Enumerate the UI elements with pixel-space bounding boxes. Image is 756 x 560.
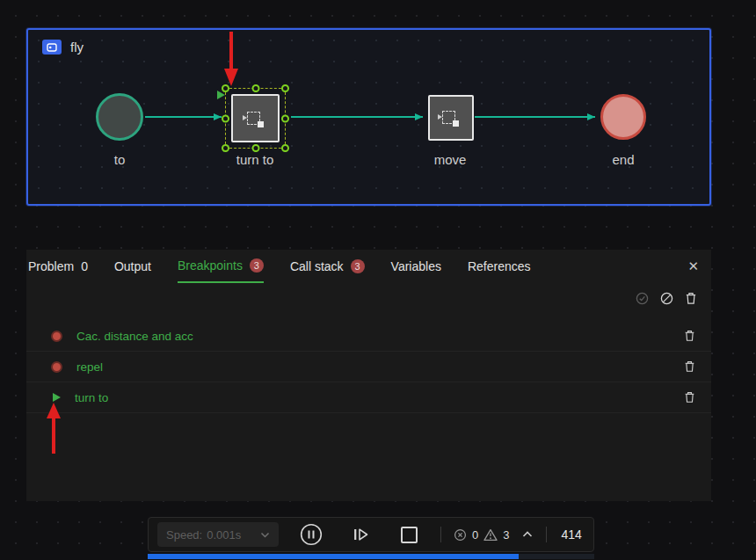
tab-output[interactable]: Output bbox=[114, 250, 151, 283]
warning-count: 3 bbox=[503, 528, 509, 542]
remove-breakpoint-button[interactable] bbox=[684, 391, 695, 404]
trash-icon bbox=[684, 391, 695, 404]
node-label: move bbox=[406, 152, 494, 167]
frame-title: fly bbox=[70, 40, 84, 55]
warning-count-icon bbox=[483, 528, 498, 542]
node-to[interactable] bbox=[96, 93, 143, 141]
node-label: end bbox=[579, 152, 667, 167]
selection-outline bbox=[225, 88, 286, 149]
pause-icon bbox=[300, 523, 323, 546]
step-icon bbox=[353, 527, 369, 542]
chevron-down-icon bbox=[260, 532, 270, 538]
speed-select[interactable]: Speed: 0.001s bbox=[157, 522, 279, 547]
tab-badge: 3 bbox=[351, 259, 365, 273]
tab-call-stack[interactable]: Call stack 3 bbox=[290, 250, 365, 283]
selection-handle[interactable] bbox=[281, 84, 289, 92]
tab-variables[interactable]: Variables bbox=[391, 250, 441, 283]
expand-caret-button[interactable] bbox=[521, 530, 534, 539]
tab-badge: 3 bbox=[250, 258, 264, 273]
stop-button[interactable] bbox=[401, 527, 418, 543]
activate-breakpoints-button[interactable] bbox=[636, 292, 649, 305]
disable-all-breakpoints-button[interactable] bbox=[660, 292, 673, 305]
progress-bar bbox=[148, 554, 594, 559]
frame-counter: 414 bbox=[561, 527, 581, 542]
node-label: turn to bbox=[211, 152, 299, 167]
trash-icon bbox=[685, 292, 697, 305]
node-move[interactable] bbox=[428, 95, 474, 141]
pause-button[interactable] bbox=[300, 523, 323, 546]
speed-label: Speed: bbox=[166, 528, 202, 542]
breakpoint-row[interactable]: Cac. distance and acc bbox=[26, 321, 711, 352]
selection-handle[interactable] bbox=[251, 144, 259, 152]
breakpoint-label: turn to bbox=[75, 391, 108, 404]
tab-label: Output bbox=[114, 259, 151, 273]
breakpoint-dot-icon[interactable] bbox=[51, 331, 62, 342]
step-button[interactable] bbox=[353, 527, 369, 542]
remove-all-breakpoints-button[interactable] bbox=[685, 292, 697, 305]
tab-label: Call stack bbox=[290, 259, 344, 273]
close-panel-button[interactable]: ✕ bbox=[687, 258, 699, 274]
selection-handle[interactable] bbox=[222, 144, 229, 152]
error-count-icon bbox=[454, 528, 467, 542]
tab-label: Variables bbox=[391, 259, 441, 273]
panel-tabs: Problem 0 Output Breakpoints 3 Call stac… bbox=[26, 250, 711, 283]
speed-value: 0.001s bbox=[207, 528, 241, 542]
remove-breakpoint-button[interactable] bbox=[684, 330, 695, 342]
breakpoint-row[interactable]: repel bbox=[26, 352, 711, 382]
debug-controls-bar: Speed: 0.001s 0 3 414 bbox=[148, 517, 594, 552]
selection-handle[interactable] bbox=[222, 84, 229, 92]
divider bbox=[546, 527, 547, 542]
debug-panel: Problem 0 Output Breakpoints 3 Call stac… bbox=[26, 250, 711, 501]
selection-handle[interactable] bbox=[281, 114, 289, 122]
status-counts[interactable]: 0 3 bbox=[454, 528, 534, 542]
tab-label: Problem bbox=[28, 259, 74, 273]
divider bbox=[440, 527, 441, 542]
node-label: to bbox=[76, 152, 164, 167]
breakpoints-toolbar bbox=[636, 292, 697, 305]
chevron-up-icon bbox=[521, 530, 534, 539]
breakpoint-dot-icon[interactable] bbox=[51, 361, 62, 373]
tab-breakpoints[interactable]: Breakpoints 3 bbox=[178, 250, 264, 283]
progress-fill bbox=[148, 554, 519, 559]
circle-slash-icon bbox=[660, 292, 673, 305]
breakpoint-label: repel bbox=[76, 360, 103, 374]
trash-icon bbox=[684, 360, 695, 373]
remove-breakpoint-button[interactable] bbox=[684, 360, 695, 373]
tab-count: 0 bbox=[81, 259, 88, 273]
tab-label: References bbox=[468, 259, 531, 273]
tab-label: Breakpoints bbox=[178, 258, 243, 273]
breakpoint-list: Cac. distance and acc repel turn to bbox=[26, 321, 711, 413]
screen: fly to turn to move end bbox=[0, 0, 756, 560]
frame-header: fly bbox=[42, 40, 84, 55]
current-breakpoint-play-icon bbox=[53, 393, 61, 402]
tab-references[interactable]: References bbox=[468, 250, 531, 283]
frame-type-icon bbox=[42, 40, 62, 55]
tab-problem[interactable]: Problem 0 bbox=[28, 250, 88, 283]
flow-group-frame[interactable]: fly to turn to move end bbox=[26, 28, 711, 206]
stop-icon bbox=[401, 527, 418, 543]
breakpoint-row[interactable]: turn to bbox=[26, 382, 711, 413]
error-count: 0 bbox=[472, 528, 478, 542]
breakpoint-label: Cac. distance and acc bbox=[76, 330, 193, 343]
selection-handle[interactable] bbox=[251, 84, 259, 92]
selection-handle[interactable] bbox=[222, 114, 229, 122]
node-end[interactable] bbox=[600, 94, 646, 140]
trash-icon bbox=[684, 330, 695, 342]
check-circle-icon bbox=[636, 292, 649, 305]
selection-handle[interactable] bbox=[281, 144, 289, 152]
action-node-icon bbox=[441, 109, 461, 127]
